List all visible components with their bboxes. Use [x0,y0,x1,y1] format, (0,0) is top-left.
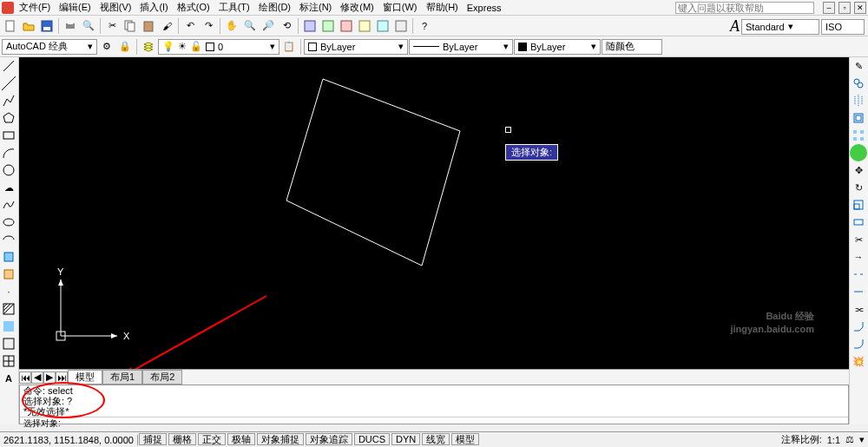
table-icon[interactable] [0,352,17,370]
rectangle-icon[interactable] [0,127,17,144]
revision-cloud-icon[interactable]: ☁ [0,179,17,196]
menu-view[interactable]: 视图(V) [96,1,135,14]
region-icon[interactable] [0,335,17,352]
workspace-settings-icon[interactable]: ⚙ [98,38,115,56]
command-prompt[interactable]: 选择对象: [20,417,848,430]
ellipse-arc-icon[interactable] [0,231,17,248]
array-icon[interactable] [850,127,867,144]
hatch-icon[interactable] [0,300,17,318]
menu-dimension[interactable]: 标注(N) [296,1,335,14]
workspace-dropdown[interactable]: AutoCAD 经典▾ [2,39,97,55]
join-icon[interactable]: ⫘ [850,300,867,318]
help-icon[interactable]: ? [416,17,433,35]
trim-icon[interactable]: ✂ [850,231,867,248]
tab-prev-icon[interactable]: ◀ [31,371,43,384]
status-toggle-6[interactable]: DUCS [354,433,390,445]
properties-icon[interactable] [301,17,319,35]
explode-icon[interactable]: 💥 [850,352,867,370]
save-icon[interactable] [38,17,56,35]
status-toggle-5[interactable]: 对象追踪 [306,433,352,445]
break-icon[interactable] [850,283,867,300]
polygon-icon[interactable] [0,109,17,127]
make-block-icon[interactable] [0,266,17,283]
markup-icon[interactable] [374,17,391,35]
menu-window[interactable]: 窗口(W) [379,1,421,14]
lineweight-dropdown[interactable]: ByLayer▾ [514,39,601,55]
menu-modify[interactable]: 修改(M) [337,1,378,14]
workspace-lock-icon[interactable]: 🔒 [116,38,134,56]
status-toggle-9[interactable]: 模型 [451,433,479,445]
spline-icon[interactable] [0,196,17,214]
menu-help[interactable]: 帮助(H) [423,1,462,14]
pan-icon[interactable]: ✋ [223,17,240,35]
tab-layout2[interactable]: 布局2 [142,370,182,385]
menu-draw[interactable]: 绘图(D) [255,1,294,14]
print-icon[interactable] [62,17,79,35]
move-icon[interactable]: ✥ [850,161,867,179]
mtext-icon[interactable]: A [0,370,17,387]
menu-edit[interactable]: 编辑(E) [56,1,95,14]
insert-block-icon[interactable] [0,248,17,266]
scale-icon[interactable] [850,196,867,214]
polyline-icon[interactable] [0,92,17,109]
annoscale-value[interactable]: 1:1 [827,435,840,445]
open-icon[interactable] [20,17,37,35]
break-at-point-icon[interactable] [850,266,867,283]
zoom-previous-icon[interactable]: ⟲ [278,17,295,35]
sheet-set-icon[interactable] [356,17,373,35]
chamfer-icon[interactable] [850,318,867,335]
tool-palette-icon[interactable] [338,17,355,35]
menu-express[interactable]: Express [464,3,505,13]
rotate-icon[interactable]: ↻ [850,179,867,196]
redo-icon[interactable]: ↷ [200,17,217,35]
command-line[interactable]: 命令: select 选择对象: ? *无效选择* 选择对象: [19,385,849,424]
copy-icon[interactable] [122,17,139,35]
layer-previous-icon[interactable]: 📋 [280,38,298,56]
status-toggle-8[interactable]: 线宽 [422,433,450,445]
tab-layout1[interactable]: 布局1 [102,370,142,385]
erase-icon[interactable]: ✎ [850,57,867,75]
quickcalc-icon[interactable] [392,17,410,35]
statusbar-tray-icon[interactable]: ▾ [859,434,865,445]
ellipse-icon[interactable] [0,214,17,231]
cut-icon[interactable]: ✂ [103,17,121,35]
tab-last-icon[interactable]: ⏭ [56,371,68,384]
status-toggle-3[interactable]: 极轴 [227,433,255,445]
arc-icon[interactable] [0,144,17,161]
status-toggle-7[interactable]: DYN [391,433,420,445]
zoom-realtime-icon[interactable]: 🔍 [241,17,259,35]
menu-format[interactable]: 格式(O) [174,1,214,14]
stretch-icon[interactable] [850,214,867,231]
undo-icon[interactable]: ↶ [181,17,199,35]
plotstyle-dropdown[interactable]: 随颜色 [602,39,662,55]
help-search-input[interactable] [675,2,814,14]
tab-model[interactable]: 模型 [68,370,102,385]
copy-obj-icon[interactable] [850,75,867,92]
coordinates-display[interactable]: 2621.1183, 1151.1848, 0.0000 [0,435,138,445]
tab-first-icon[interactable]: ⏮ [19,371,31,384]
construction-line-icon[interactable] [0,75,17,92]
close-icon[interactable]: ✕ [854,2,866,14]
color-dropdown[interactable]: ByLayer▾ [304,39,408,55]
paste-icon[interactable] [140,17,157,35]
menu-insert[interactable]: 插入(I) [136,1,171,14]
menu-tools[interactable]: 工具(T) [215,1,253,14]
steering-wheel-icon[interactable] [850,144,867,161]
design-center-icon[interactable] [319,17,337,35]
dimstyle-dropdown[interactable]: ISO [821,19,865,35]
circle-icon[interactable] [0,161,17,179]
drawing-canvas[interactable]: 选择对象: X Y Baidu 经验 jingyan.baidu.com [19,57,849,369]
linetype-dropdown[interactable]: ByLayer▾ [409,39,513,55]
status-toggle-0[interactable]: 捕捉 [139,433,167,445]
match-prop-icon[interactable]: 🖌 [158,17,175,35]
mirror-icon[interactable] [850,92,867,109]
extend-icon[interactable]: → [850,248,867,266]
minimize-icon[interactable]: – [823,2,835,14]
layer-dropdown[interactable]: 💡 ☀ 🔓 0 ▾ [158,39,279,55]
new-icon[interactable] [2,17,19,35]
textstyle-dropdown[interactable]: Standard▾ [741,19,819,35]
status-toggle-2[interactable]: 正交 [198,433,226,445]
tab-next-icon[interactable]: ▶ [43,371,56,384]
zoom-window-icon[interactable]: 🔎 [260,17,277,35]
menu-file[interactable]: 文件(F) [16,1,54,14]
